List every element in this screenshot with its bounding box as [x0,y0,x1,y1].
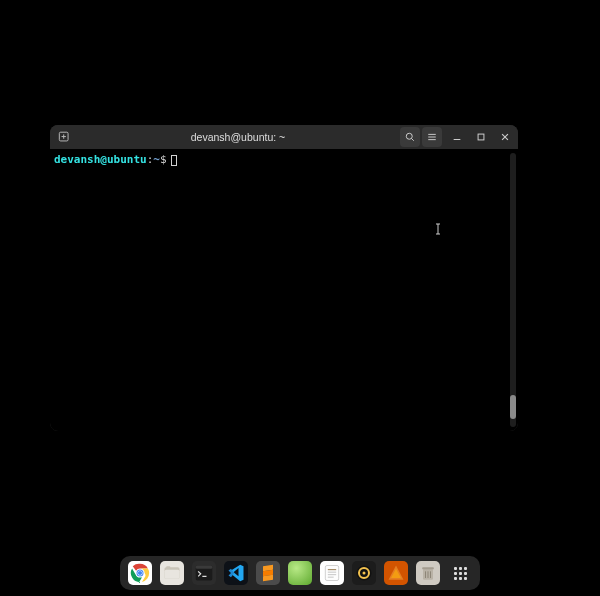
new-tab-button[interactable] [54,127,76,147]
svg-line-4 [412,139,414,141]
prompt-user-host: devansh@ubuntu [54,153,147,167]
svg-rect-20 [165,570,180,579]
svg-rect-9 [478,134,484,140]
svg-point-32 [363,572,366,575]
show-apps-icon[interactable] [448,561,472,585]
search-button[interactable] [400,127,420,147]
minimize-icon [452,132,462,142]
trash-icon[interactable] [416,561,440,585]
text-cursor-ibeam [435,223,437,233]
hamburger-icon [426,131,438,143]
terminal-body[interactable]: devansh@ubuntu : ~ $ [50,149,518,431]
chrome-icon[interactable] [128,561,152,585]
close-button[interactable] [496,128,514,146]
window-title: devansh@ubuntu: ~ [76,131,400,143]
dock [120,556,480,590]
window-titlebar[interactable]: devansh@ubuntu: ~ [50,125,518,149]
prompt-separator: : [147,153,154,167]
sublime-icon[interactable] [256,561,280,585]
menu-button[interactable] [422,127,442,147]
app-green-icon[interactable] [288,561,312,585]
scrollbar-thumb[interactable] [510,395,516,419]
prompt-line: devansh@ubuntu : ~ $ [54,153,512,167]
app-orange-icon[interactable] [384,561,408,585]
svg-rect-23 [196,566,213,569]
close-icon [500,132,510,142]
minimize-button[interactable] [448,128,466,146]
notes-icon[interactable] [320,561,344,585]
grid-icon [454,567,467,580]
terminal-icon[interactable] [192,561,216,585]
search-icon [404,131,416,143]
maximize-button[interactable] [472,128,490,146]
terminal-window[interactable]: devansh@ubuntu: ~ [50,125,518,431]
svg-point-3 [406,133,412,139]
terminal-scrollbar[interactable] [510,153,516,427]
svg-rect-21 [166,566,170,569]
svg-point-18 [138,571,142,575]
tab-plus-icon [58,130,72,144]
rhythmbox-icon[interactable] [352,561,376,585]
maximize-icon [476,132,486,142]
files-icon[interactable] [160,561,184,585]
svg-rect-25 [325,566,338,581]
vscode-icon[interactable] [224,561,248,585]
cursor-block [171,155,177,166]
prompt-path: ~ [153,153,160,167]
svg-rect-36 [422,567,434,569]
prompt-symbol: $ [160,153,167,167]
